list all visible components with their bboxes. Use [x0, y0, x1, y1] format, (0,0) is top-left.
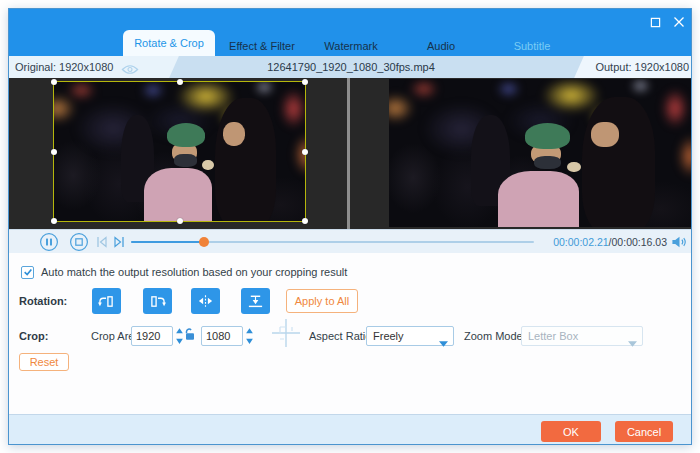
crop-handle-bottom-right[interactable] [302, 218, 308, 224]
crop-handle-top-left[interactable] [51, 79, 57, 85]
ok-button[interactable]: OK [541, 421, 601, 442]
flip-vertical-button[interactable] [241, 288, 270, 314]
tab-effect-filter[interactable]: Effect & Filter [212, 36, 312, 56]
spinner-icon [175, 327, 184, 345]
maximize-icon [650, 17, 661, 28]
preview-divider [347, 78, 350, 229]
pause-icon [39, 232, 59, 252]
close-button[interactable] [671, 14, 687, 30]
crop-handle-middle-left[interactable] [51, 149, 57, 155]
previous-frame-button[interactable] [95, 232, 110, 252]
close-icon [673, 16, 685, 28]
crop-height-input[interactable] [201, 326, 243, 346]
chevron-down-icon [439, 334, 448, 352]
seek-handle[interactable] [199, 237, 209, 247]
aspect-ratio-value: Freely [373, 330, 404, 342]
crop-handle-middle-right[interactable] [302, 149, 308, 155]
crop-handle-top-right[interactable] [302, 79, 308, 85]
next-frame-icon [112, 232, 126, 252]
zoom-mode-value: Letter Box [528, 330, 578, 342]
rotate-right-icon [149, 294, 166, 309]
person-center-cap [525, 123, 570, 148]
info-bar: 12641790_1920_1080_30fps.mp4 Original: 1… [9, 56, 692, 78]
volume-button[interactable] [671, 235, 688, 253]
flip-horizontal-icon [197, 294, 214, 308]
tab-rotate-crop[interactable]: Rotate & Crop [123, 30, 215, 56]
tab-subtitle[interactable]: Subtitle [482, 36, 582, 56]
spinner-icon [245, 327, 254, 345]
zoom-mode-label: Zoom Mode: [464, 330, 526, 342]
seek-slider[interactable] [131, 241, 534, 243]
volume-icon [671, 235, 688, 249]
video-preview-output [389, 79, 691, 227]
crop-position-crosshair-icon[interactable] [271, 318, 301, 352]
tab-audio[interactable]: Audio [391, 36, 491, 56]
chevron-down-icon [628, 334, 637, 352]
person-right-face [591, 122, 618, 147]
stop-icon [69, 232, 89, 252]
rotate-right-button[interactable] [143, 288, 172, 314]
auto-match-label: Auto match the output resolution based o… [41, 266, 347, 278]
seek-fill [131, 241, 204, 243]
person-right [582, 97, 654, 227]
titlebar: Rotate & Crop Effect & Filter Watermark … [9, 9, 692, 56]
flip-vertical-icon [247, 294, 264, 308]
auto-match-checkbox-row[interactable]: Auto match the output resolution based o… [21, 265, 347, 279]
rotate-left-icon [98, 294, 115, 309]
tab-watermark[interactable]: Watermark [301, 36, 401, 56]
eye-icon[interactable] [121, 61, 139, 78]
footer-bar: OK Cancel [9, 414, 692, 445]
zoom-mode-select[interactable]: Letter Box [521, 326, 643, 346]
next-frame-button[interactable] [112, 232, 127, 252]
maximize-button[interactable] [647, 14, 663, 30]
crop-width-input[interactable] [131, 326, 173, 346]
crop-handle-bottom-left[interactable] [51, 218, 57, 224]
video-preview-area [9, 78, 692, 229]
crop-selection-box[interactable] [53, 81, 306, 222]
current-time: 00:00:02.21 [553, 236, 608, 248]
crop-handle-top-center[interactable] [177, 79, 183, 85]
aspect-ratio-label: Aspect Ratio: [309, 330, 374, 342]
total-time: 00:00:16.03 [612, 236, 667, 248]
desktop-background: Rotate & Crop Effect & Filter Watermark … [0, 0, 700, 453]
flip-horizontal-button[interactable] [191, 288, 220, 314]
crop-height-stepper[interactable] [245, 327, 254, 345]
rotate-left-button[interactable] [92, 288, 121, 314]
crop-handle-bottom-center[interactable] [177, 218, 183, 224]
output-resolution-label: Output: 1920x1080 [585, 56, 689, 78]
checkmark-icon [23, 267, 33, 277]
settings-panel: Auto match the output resolution based o… [9, 253, 692, 414]
stop-button[interactable] [69, 232, 89, 252]
cancel-button[interactable]: Cancel [615, 421, 673, 442]
food-item [567, 162, 581, 172]
video-scene [389, 79, 691, 227]
lock-open-icon[interactable] [184, 327, 196, 345]
original-resolution-label: Original: 1920x1080 [15, 56, 113, 78]
time-display: 00:00:02.21/00:00:16.03 [553, 235, 667, 249]
app-window: Rotate & Crop Effect & Filter Watermark … [8, 8, 692, 445]
crop-width-stepper[interactable] [175, 327, 184, 345]
auto-match-checkbox[interactable] [21, 266, 34, 279]
reset-button[interactable]: Reset [19, 353, 69, 371]
person-center-jacket [498, 171, 580, 227]
aspect-ratio-select[interactable]: Freely [366, 326, 454, 346]
apply-to-all-button[interactable]: Apply to All [286, 289, 358, 313]
person-center-mask [534, 156, 561, 169]
previous-frame-icon [95, 232, 109, 252]
rotation-label: Rotation: [19, 295, 67, 307]
player-controls-bar: 00:00:02.21/00:00:16.03 [9, 229, 692, 253]
crop-label: Crop: [19, 330, 48, 342]
pause-button[interactable] [39, 232, 59, 252]
